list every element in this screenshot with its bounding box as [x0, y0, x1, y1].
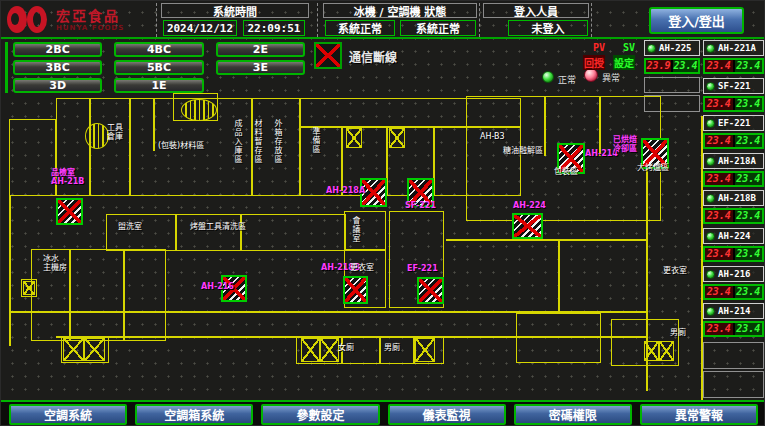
device-name-label: AH-218B: [718, 193, 756, 203]
device-values-AH-224: 23.423.4: [703, 246, 764, 262]
nav-button-3[interactable]: 參數設定: [261, 404, 379, 425]
pv-value: 23.4: [705, 98, 733, 110]
device-button-EF-221[interactable]: EF-221: [703, 115, 764, 131]
header-divider: [591, 3, 592, 37]
equipment-status-icon-0[interactable]: [56, 198, 83, 225]
abnormal-legend-label: 異常: [602, 71, 620, 84]
room-label: 更衣室: [663, 266, 687, 275]
device-name-label: AH-224: [718, 231, 751, 241]
zone-button-5bc[interactable]: 5BC: [114, 60, 203, 75]
login-user-label: 登入人員: [483, 3, 589, 18]
status-led-icon: [706, 82, 715, 91]
room-label: 女廁: [338, 343, 354, 352]
spiral-stair-icon: [85, 123, 109, 149]
login-logout-button[interactable]: 登入/登出: [649, 7, 744, 34]
wall-segment: [69, 249, 71, 341]
setpoint-legend-label: 設定: [613, 55, 635, 70]
device-button-AH-216[interactable]: AH-216: [703, 266, 764, 282]
wall-segment: [701, 116, 703, 400]
room-label: 烤盤工具清洗區: [190, 222, 246, 231]
device-name-label: AH-221A: [718, 43, 756, 53]
room-label: 盥洗室: [118, 222, 142, 231]
zone-button-1e[interactable]: 1E: [114, 78, 203, 93]
machine-status-label: 冰機 / 空調機 狀態: [323, 3, 477, 18]
spiral-stair-icon: [181, 99, 217, 121]
status-led-icon: [706, 157, 715, 166]
status-led-icon: [706, 44, 715, 53]
status-led-icon: [706, 270, 715, 279]
brand-name: 宏亞食品: [56, 9, 124, 24]
room-label: 外箱存放區: [273, 119, 282, 164]
sv-value: 23.4: [735, 248, 763, 260]
zone-button-3d[interactable]: 3D: [13, 78, 102, 93]
stairwell-x-marker: [301, 338, 320, 362]
scada-app: 宏亞食品 HUNYA FOODS 系統時間 2024/12/12 22:09:5…: [0, 0, 765, 426]
equipment-status-icon-2[interactable]: [343, 276, 368, 304]
zone-button-3bc[interactable]: 3BC: [13, 60, 102, 75]
zone-button-2bc[interactable]: 2BC: [13, 42, 102, 57]
status-led-icon: [706, 307, 715, 316]
zone-button-4bc[interactable]: 4BC: [114, 42, 203, 57]
wall-segment: [558, 239, 560, 311]
room-label: 成品入庫區: [233, 119, 242, 164]
room-label: 男廁: [670, 328, 686, 337]
system-date-value: 2024/12/12: [163, 20, 237, 36]
device-button-AH-214[interactable]: AH-214: [703, 303, 764, 319]
device-values-EF-221: 23.423.4: [703, 133, 764, 149]
system-time-label: 系統時間: [161, 3, 309, 18]
wall-segment: [9, 119, 56, 196]
stairwell-x-marker: [346, 128, 362, 148]
comm-loss-label: 通信斷線: [349, 48, 397, 65]
device-button-SF-221[interactable]: SF-221: [703, 78, 764, 94]
brand-subtitle: HUNYA FOODS: [56, 24, 124, 32]
device-name-label: AH-218A: [718, 156, 756, 166]
nav-button-6[interactable]: 異常警報: [640, 404, 758, 425]
wall-segment: [544, 96, 546, 156]
device-button-AH-225[interactable]: AH-225: [644, 40, 700, 56]
sv-value: 23.4: [735, 135, 763, 147]
device-button-AH-218A[interactable]: AH-218A: [703, 153, 764, 169]
nav-button-5[interactable]: 密碼權限: [514, 404, 632, 425]
device-button-AH-218B[interactable]: AH-218B: [703, 190, 764, 206]
room-label: 男廁: [384, 343, 400, 352]
device-button-AH-221A[interactable]: AH-221A: [703, 40, 764, 56]
nav-button-2[interactable]: 空調箱系統: [135, 404, 253, 425]
room-label: 冰水 主機房: [43, 254, 67, 272]
wall-segment: [123, 249, 125, 341]
device-plan-label: EF-221: [407, 264, 438, 273]
normal-legend-label: 正常: [558, 73, 576, 86]
stairwell-x-marker: [63, 338, 84, 361]
system-time-value: 22:09:51: [243, 20, 305, 36]
stairwell-x-marker: [415, 338, 435, 362]
room-label: 糖油融解區: [503, 146, 543, 155]
sv-value: 23.4: [673, 60, 698, 72]
device-values-AH-225: 23.923.4: [644, 58, 700, 74]
device-name-label: AH-225: [659, 43, 692, 53]
equipment-status-icon-6[interactable]: [512, 213, 543, 239]
device-plan-label: 已烘焙 冷卻區: [613, 135, 637, 153]
wall-segment: [379, 336, 381, 364]
chiller-status-value: 系統正常: [325, 20, 395, 36]
sv-legend-label: SV: [623, 42, 635, 53]
nav-button-1[interactable]: 空調系統: [9, 404, 127, 425]
stairwell-x-marker: [644, 341, 659, 361]
device-button-AH-224[interactable]: AH-224: [703, 228, 764, 244]
wall-segment: [241, 214, 346, 251]
equipment-status-icon-5[interactable]: [417, 277, 444, 304]
header-divider: [156, 3, 157, 37]
pv-value: 23.4: [705, 135, 733, 147]
stairwell-x-marker: [389, 128, 405, 148]
empty-slot: [644, 77, 700, 93]
wall-segment: [56, 98, 521, 196]
device-name-label: EF-221: [718, 118, 751, 128]
sv-value: 23.4: [735, 323, 763, 335]
pv-value: 23.4: [705, 173, 733, 185]
zone-button-3e[interactable]: 3E: [216, 60, 305, 75]
hunya-logo-icon: [5, 5, 51, 35]
zone-button-2e[interactable]: 2E: [216, 42, 305, 57]
pv-value: 23.4: [705, 210, 733, 222]
device-plan-label: AH-224: [513, 201, 546, 210]
wall-segment: [299, 98, 301, 196]
nav-button-4[interactable]: 儀表監視: [388, 404, 506, 425]
room-label: AH-B3: [480, 132, 505, 141]
